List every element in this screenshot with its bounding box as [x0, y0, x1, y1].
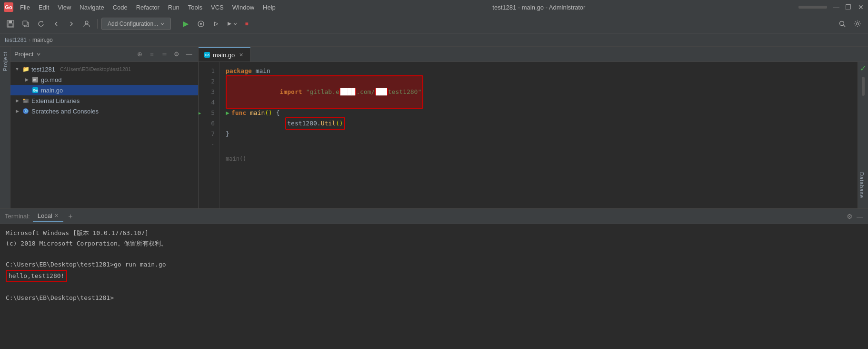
pkg-main: main	[256, 66, 270, 76]
terminal-line-2: (c) 2018 Microsoft Corporation。保留所有权利。	[6, 238, 862, 249]
menu-file[interactable]: File	[16, 3, 34, 12]
terminal-hello-line: hello,test1280!	[6, 270, 862, 282]
terminal-header: Terminal: Local ✕ + ⚙ —	[0, 209, 868, 224]
add-configuration-button[interactable]: Add Configuration...	[101, 18, 171, 30]
app-logo: Go	[4, 2, 13, 12]
database-sidebar-label[interactable]: Database	[858, 167, 866, 203]
hide-panel-button[interactable]: —	[184, 49, 194, 60]
terminal-local-tab[interactable]: Local ✕	[33, 210, 63, 222]
maingo-icon: Go	[31, 86, 39, 94]
window-title: test1281 - main.go - Administrator	[492, 4, 585, 11]
code-line-8	[226, 139, 858, 150]
svg-rect-2	[8, 24, 13, 27]
terminal-label: Terminal:	[5, 213, 30, 220]
user-button[interactable]	[80, 17, 93, 31]
menu-navigate[interactable]: Navigate	[76, 3, 108, 12]
scratches-consoles-item[interactable]: ▶ Scratches and Consoles	[10, 106, 198, 116]
tab-go-icon: Go	[204, 52, 210, 58]
breadcrumb: test1281 › main.go	[0, 33, 868, 47]
tree-settings-button[interactable]: ⚙	[171, 49, 182, 60]
close-button[interactable]: ✕	[858, 4, 864, 10]
svg-line-10	[844, 25, 846, 27]
svg-text:Go: Go	[33, 88, 38, 92]
tab-close-button[interactable]: ✕	[238, 51, 244, 58]
terminal-minimize-button[interactable]: —	[857, 213, 863, 220]
external-libraries-item[interactable]: ▶ External Libraries	[10, 95, 198, 106]
editor-scrollbar[interactable]	[862, 77, 865, 96]
validation-checkmark: ✓	[858, 62, 868, 75]
project-dropdown-icon[interactable]	[36, 52, 41, 57]
settings-run-button[interactable]	[225, 17, 238, 31]
svg-rect-17	[23, 99, 25, 100]
expand-all-button[interactable]: ≣	[159, 49, 170, 60]
svg-text:m: m	[33, 78, 36, 82]
menu-refactor[interactable]: Refactor	[132, 3, 163, 12]
project-tree-title-area: Project	[14, 51, 41, 58]
collapse-all-button[interactable]: ≡	[147, 49, 157, 60]
hello-output-box: hello,test1280!	[6, 270, 67, 282]
save-button[interactable]	[4, 17, 17, 31]
util-paren-open: (	[336, 120, 339, 127]
menu-code[interactable]: Code	[109, 3, 131, 12]
gomod-item[interactable]: ▶ m go.mod	[10, 74, 198, 85]
menu-bar[interactable]: File Edit View Navigate Code Refactor Ru…	[16, 3, 279, 12]
locate-file-button[interactable]: ⊕	[134, 49, 145, 60]
terminal-settings-button[interactable]: ⚙	[847, 213, 853, 220]
build-button[interactable]	[194, 17, 208, 31]
tree-root-item[interactable]: ▼ 📁 test1281 C:\Users\EB\Desktop\test128…	[10, 64, 198, 74]
menu-window[interactable]: Window	[229, 3, 258, 12]
ext-lib-arrow: ▶	[14, 98, 20, 103]
tab-name: main.go	[213, 51, 235, 59]
terminal-tab-close[interactable]: ✕	[54, 213, 59, 219]
util-paren-close: )	[339, 120, 343, 127]
code-editor[interactable]: 1 2 3 4 ▶5 6 7 · package main	[199, 62, 858, 208]
run-button[interactable]: ▶	[179, 17, 192, 31]
rerun-button[interactable]	[210, 17, 223, 31]
tab-maingo[interactable]: Go main.go ✕	[199, 47, 250, 62]
code-content[interactable]: package main import "gitlab.e████.com/██…	[220, 62, 858, 208]
line-num-7: 7	[199, 129, 219, 139]
maingo-item[interactable]: ▶ Go main.go	[10, 85, 198, 95]
project-tree-label: Project	[14, 51, 33, 58]
menu-run[interactable]: Run	[164, 3, 183, 12]
refresh-button[interactable]	[34, 17, 48, 31]
line-num-4: 4	[199, 97, 219, 108]
editor-with-sidebar: 1 2 3 4 ▶5 6 7 · package main	[199, 62, 868, 208]
database-tab[interactable]: Database	[858, 167, 868, 208]
code-line-4	[226, 97, 858, 108]
right-sidebar: ✓ Database	[858, 62, 868, 208]
menu-edit[interactable]: Edit	[35, 3, 53, 12]
editor-area: Go main.go ✕ 1 2 3 4 ▶5 6 7 ·	[199, 47, 868, 208]
menu-tools[interactable]: Tools	[184, 3, 206, 12]
add-config-label: Add Configuration...	[108, 21, 158, 27]
breadcrumb-project[interactable]: test1281	[5, 37, 27, 43]
editor-tabs: Go main.go ✕	[199, 47, 868, 62]
svg-point-22	[25, 110, 27, 112]
terminal-line-4: C:\Users\EB\Desktop\test1281>go run main…	[6, 259, 862, 270]
settings-toolbar-button[interactable]	[851, 17, 864, 31]
project-sidebar-label[interactable]: Project	[1, 47, 10, 76]
terminal-add-button[interactable]: +	[65, 211, 76, 222]
maingo-name: main.go	[41, 87, 63, 94]
menu-vcs[interactable]: VCS	[207, 3, 228, 12]
search-toolbar-button[interactable]	[836, 17, 849, 31]
terminal-tab-name: Local	[38, 212, 52, 219]
stop-button[interactable]: ■	[240, 17, 253, 31]
restore-button[interactable]: ❐	[845, 4, 852, 10]
forward-button[interactable]	[65, 17, 78, 31]
external-libraries-label: External Libraries	[31, 97, 80, 104]
progress-bar	[798, 6, 827, 9]
menu-help[interactable]: Help	[259, 3, 279, 12]
minimize-button[interactable]: —	[833, 4, 839, 10]
breadcrumb-file[interactable]: main.go	[32, 37, 53, 43]
terminal-actions: ⚙ —	[847, 213, 863, 220]
back-button[interactable]	[50, 17, 63, 31]
terminal-content[interactable]: Microsoft Windows [版本 10.0.17763.107] (c…	[0, 224, 868, 349]
line-num-2: 2	[199, 76, 219, 87]
project-sidebar-vertical: Project	[0, 47, 10, 208]
titlebar: Go File Edit View Navigate Code Refactor…	[0, 0, 868, 14]
menu-view[interactable]: View	[54, 3, 75, 12]
gomod-arrow: ▶	[24, 77, 30, 82]
copy-button[interactable]	[19, 17, 32, 31]
toolbar-sep-1	[97, 19, 98, 29]
